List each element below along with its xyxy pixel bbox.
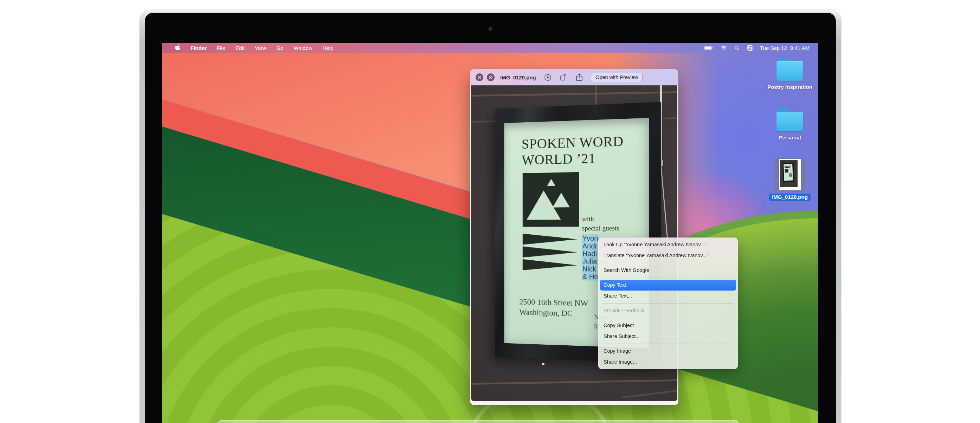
menu-edit[interactable]: Edit (235, 45, 245, 51)
menu-item-translate[interactable]: Translate “Yvonne Yamasaki Andrew Ivanov… (598, 250, 738, 261)
menu-item-search-google[interactable]: Search With Google (598, 265, 738, 276)
display-bezel: Finder File Edit View Go Window Help (145, 13, 836, 423)
rotate-icon[interactable] (560, 74, 568, 81)
wall-mortar-line (471, 379, 677, 385)
poster-address: 2500 16th Street NW Washington, DC (519, 297, 588, 320)
folder-label: Personal (779, 135, 801, 140)
menu-bar-clock[interactable]: Tue Sep 12 9:41 AM (760, 45, 810, 51)
folder-icon (776, 61, 803, 81)
macbook-chassis: Finder File Edit View Go Window Help (140, 10, 841, 423)
menu-go[interactable]: Go (276, 45, 283, 51)
menu-separator (602, 263, 734, 263)
dock[interactable] (218, 420, 739, 423)
menu-window[interactable]: Window (294, 45, 312, 51)
menu-bar: Finder File Edit View Go Window Help (162, 43, 818, 53)
menu-separator (602, 343, 734, 344)
menu-item-look-up[interactable]: Look Up “Yvonne Yamasaki Andrew Ivanov..… (598, 239, 738, 250)
apple-menu-icon[interactable] (175, 44, 180, 52)
menu-item-share-image[interactable]: Share Image... (598, 356, 738, 367)
fullscreen-slash-icon[interactable] (487, 73, 495, 81)
menu-bar-time: 9:41 AM (790, 45, 810, 51)
mountains-graphic (523, 172, 579, 227)
context-menu: Look Up “Yvonne Yamasaki Andrew Ivanov..… (598, 237, 738, 369)
menu-bar-date: Tue Sep 12 (760, 45, 787, 51)
menu-item-provide-feedback: Provide Feedback (598, 305, 738, 316)
desktop-folder-poetry[interactable]: Poetry Inspiration (765, 58, 815, 90)
selected-file-label: IMG_0120.png (769, 194, 811, 201)
battery-icon[interactable] (704, 46, 713, 50)
menu-separator (602, 318, 734, 318)
folder-icon (776, 112, 803, 131)
folder-label: Poetry Inspiration (767, 84, 812, 90)
menu-item-share-subject[interactable]: Share Subject... (598, 331, 738, 342)
selection-box (774, 158, 805, 191)
frame-screw (542, 363, 544, 366)
markup-icon[interactable] (544, 74, 552, 81)
control-center-icon[interactable] (747, 45, 752, 51)
menu-item-copy-image[interactable]: Copy Image (598, 346, 738, 356)
chevron-graphic (523, 234, 578, 273)
share-icon[interactable] (576, 73, 582, 81)
menu-help[interactable]: Help (323, 45, 334, 51)
poster-title: SPOKEN WORD WORLD ’21 (522, 133, 624, 168)
desktop-screen: Finder File Edit View Go Window Help (162, 43, 818, 423)
close-icon[interactable] (476, 73, 483, 81)
webcam (488, 26, 493, 32)
wall-mortar-line (622, 390, 677, 398)
open-with-preview-button[interactable]: Open with Preview (591, 73, 643, 82)
menu-item-share-text[interactable]: Share Text... (598, 291, 738, 301)
menu-separator (602, 303, 734, 304)
image-thumbnail (779, 159, 801, 191)
desktop-file-img0120[interactable]: IMG_0120.png (765, 158, 815, 201)
wifi-icon[interactable] (721, 46, 727, 50)
menu-item-copy-subject[interactable]: Copy Subject (598, 320, 738, 331)
window-title: IMG_0120.png (500, 75, 536, 81)
menu-item-copy-text[interactable]: Copy Text (600, 280, 736, 291)
search-icon[interactable] (734, 45, 740, 51)
desktop-folder-personal[interactable]: Personal (765, 109, 815, 140)
marketing-canvas: Finder File Edit View Go Window Help (0, 0, 980, 423)
menu-view[interactable]: View (255, 45, 266, 51)
menu-file[interactable]: File (217, 45, 225, 51)
selected-live-text[interactable]: Yvon Andr Hadi Julia Nick & He (582, 235, 599, 281)
special-guests-text: with special guests (582, 214, 619, 233)
quick-look-titlebar[interactable]: IMG_0120.png Open with Preview (470, 69, 678, 85)
menu-finder[interactable]: Finder (191, 45, 207, 51)
menu-separator (602, 278, 734, 278)
wall-mortar-line (471, 91, 677, 97)
